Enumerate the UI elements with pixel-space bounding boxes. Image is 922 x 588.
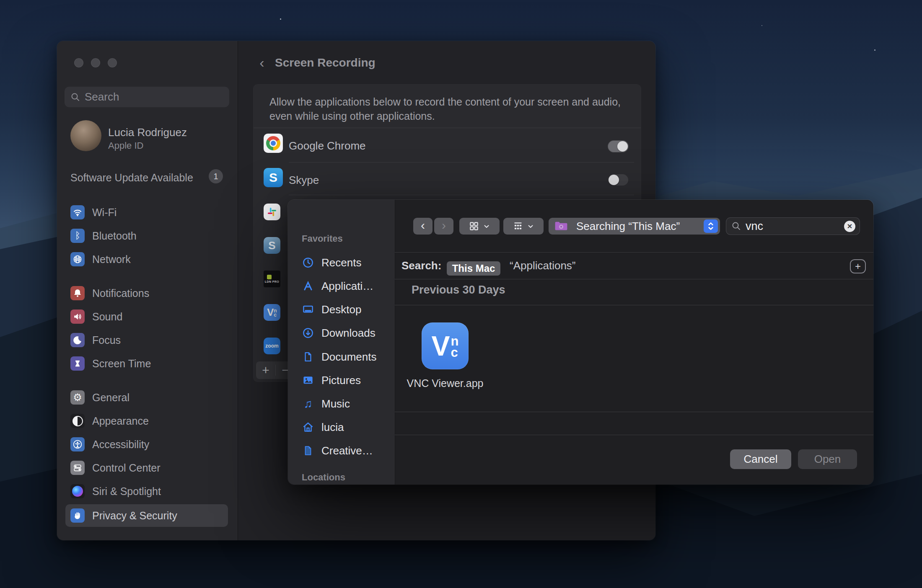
skype-toggle[interactable] — [608, 174, 629, 186]
grid-view-icon — [469, 221, 479, 232]
sidebar-item-home[interactable]: lucia — [294, 418, 389, 436]
sidebar-item-control-center[interactable]: Control Center — [65, 456, 228, 479]
finder-open-dialog: Favorites Recents Applicati… Desktop Dow… — [288, 200, 873, 485]
software-update-label[interactable]: Software Update Available — [70, 172, 193, 184]
sidebar-item-label: Recents — [321, 256, 361, 269]
clock-icon — [301, 256, 315, 269]
file-icon — [301, 445, 315, 456]
accessibility-icon — [70, 437, 85, 451]
bell-icon — [70, 286, 85, 300]
sidebar-item-music[interactable]: ♫ Music — [294, 395, 389, 413]
green-square — [267, 275, 272, 279]
sidebar-item-label: Sound — [92, 311, 122, 323]
search-query-text: vnc — [746, 220, 844, 233]
minimize-window-button[interactable] — [91, 58, 100, 67]
vnc-viewer-app-icon[interactable]: Vnc — [422, 322, 469, 369]
settings-search-placeholder: Search — [85, 90, 119, 103]
sidebar-item-documents[interactable]: Documents — [294, 348, 389, 366]
pictures-icon — [301, 374, 315, 387]
sidebar-item-pictures[interactable]: Pictures — [294, 371, 389, 389]
siri-icon — [70, 484, 85, 498]
sidebar-item-sound[interactable]: Sound — [65, 305, 228, 328]
settings-sidebar: Search Lucia Rodriguez Apple ID Software… — [57, 41, 238, 540]
desktop-icon — [301, 303, 315, 316]
cancel-button[interactable]: Cancel — [730, 449, 791, 469]
sidebar-item-label: Network — [92, 253, 131, 266]
clear-search-button[interactable]: ✕ — [844, 221, 855, 232]
sidebar-item-label: Pictures — [321, 374, 361, 387]
chrome-toggle[interactable] — [608, 140, 629, 152]
settings-search-input[interactable]: Search — [65, 87, 229, 107]
sidebar-item-label: Desktop — [321, 303, 361, 316]
search-row-label: Search: — [401, 259, 441, 272]
sidebar-item-applications[interactable]: Applicati… — [294, 277, 389, 295]
section-header: Previous 30 Days — [412, 284, 505, 297]
dialog-search-input[interactable]: vnc ✕ — [726, 218, 860, 235]
software-update-badge: 1 — [209, 169, 223, 183]
chrome-icon — [264, 134, 283, 153]
sidebar-item-general[interactable]: ⚙ General — [65, 386, 228, 409]
sidebar-item-accessibility[interactable]: Accessibility — [65, 433, 228, 456]
apple-id-name[interactable]: Lucia Rodriguez — [108, 126, 187, 139]
sidebar-item-wifi[interactable]: Wi-Fi — [65, 201, 228, 224]
back-button[interactable]: ‹ — [413, 218, 433, 235]
apple-id-subtitle: Apple ID — [108, 140, 143, 151]
sidebar-item-network[interactable]: Network — [65, 248, 228, 271]
sidebar-item-label: Privacy & Security — [92, 510, 177, 522]
chevron-down-icon — [527, 222, 534, 230]
stepper-icon[interactable] — [704, 219, 718, 233]
document-icon — [301, 351, 315, 363]
sidebar-item-downloads[interactable]: Downloads — [294, 324, 389, 342]
icon-view-button[interactable] — [459, 218, 500, 235]
sidebar-item-screen-time[interactable]: Screen Time — [65, 352, 228, 375]
divider — [289, 195, 634, 195]
open-button[interactable]: Open — [798, 449, 857, 469]
sidebar-item-privacy-security[interactable]: Privacy & Security — [65, 504, 228, 527]
locations-label: Locations — [302, 472, 345, 483]
back-button[interactable]: ‹ — [255, 55, 269, 70]
search-scope-label: Searching “This Mac” — [576, 220, 680, 233]
star — [761, 25, 762, 26]
slack-icon — [264, 204, 280, 220]
sidebar-item-recents[interactable]: Recents — [294, 253, 389, 272]
ldn-pro-label: LDN PRO — [265, 280, 279, 283]
result-file-name[interactable]: VNC Viewer.app — [395, 377, 495, 389]
sidebar-item-creative[interactable]: Creative… — [294, 441, 389, 460]
vnc-icon: Vnc — [264, 304, 280, 321]
sidebar-item-siri-spotlight[interactable]: Siri & Spotlight — [65, 480, 228, 503]
sidebar-item-desktop[interactable]: Desktop — [294, 300, 389, 319]
sidebar-item-label: Screen Time — [92, 358, 151, 370]
avatar[interactable] — [70, 120, 101, 151]
sidebar-item-focus[interactable]: Focus — [65, 329, 228, 351]
sidebar-item-bluetooth[interactable]: ᛒ Bluetooth — [65, 224, 228, 247]
app-name: Google Chrome — [289, 139, 366, 152]
sidebar-item-label: Accessibility — [92, 438, 149, 451]
close-window-button[interactable] — [74, 58, 83, 67]
add-criteria-button[interactable]: + — [851, 260, 865, 273]
add-app-button[interactable]: + — [256, 362, 275, 379]
group-by-button[interactable] — [503, 218, 544, 235]
hand-icon — [70, 508, 85, 523]
sidebar-item-label: Music — [321, 397, 350, 410]
search-scope-dropdown[interactable]: Searching “This Mac” — [549, 218, 720, 235]
zoom-window-button[interactable] — [108, 58, 117, 67]
sidebar-item-label: Bluetooth — [92, 230, 137, 242]
sidebar-item-appearance[interactable]: Appearance — [65, 410, 228, 432]
app-name: Skype — [289, 174, 319, 187]
sidebar-item-label: Notifications — [92, 287, 149, 299]
page-title: Screen Recording — [275, 56, 376, 70]
sidebar-item-notifications[interactable]: Notifications — [65, 282, 228, 304]
globe-icon — [70, 252, 85, 266]
forward-button[interactable]: › — [434, 218, 453, 235]
scope-this-mac-button[interactable]: This Mac — [447, 261, 500, 276]
divider — [395, 305, 873, 305]
finder-sidebar: Favorites Recents Applicati… Desktop Dow… — [288, 200, 395, 485]
divider — [395, 435, 873, 435]
snagit-icon: S — [264, 237, 280, 254]
sidebar-item-label: Control Center — [92, 462, 161, 474]
divider — [395, 252, 873, 253]
music-note-icon: ♫ — [301, 397, 315, 410]
scope-applications-option[interactable]: “Applications” — [510, 259, 576, 272]
ldn-pro-icon: LDN PRO — [264, 271, 280, 287]
wifi-icon — [70, 205, 85, 219]
